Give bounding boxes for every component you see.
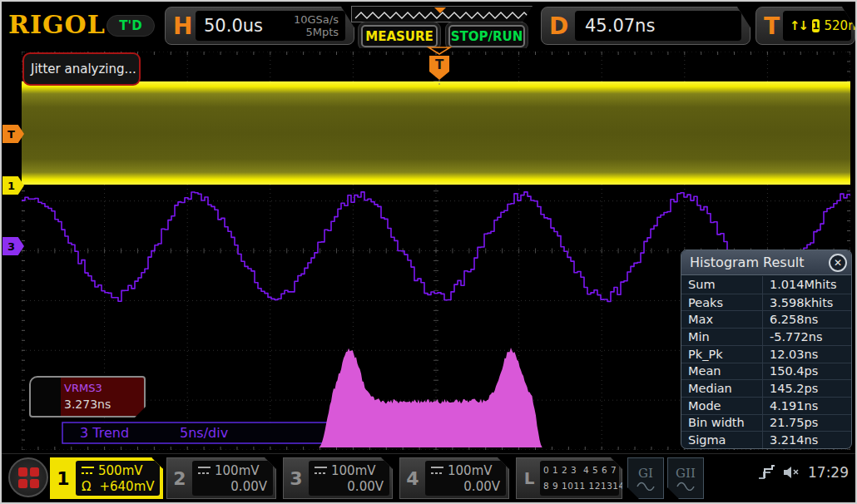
table-row: Median145.2ps: [681, 379, 851, 397]
stop-run-button[interactable]: STOP/RUN: [448, 25, 525, 47]
timebase-value: 50.0us: [204, 16, 294, 36]
memory-depth: 5Mpts: [305, 26, 339, 38]
ch3-scale: 100mV: [331, 463, 376, 478]
table-row: Pk_Pk12.03ns: [681, 345, 851, 363]
horizontal-readout: 50.0us 10GSa/s 5Mpts: [196, 11, 345, 41]
trigger-status-badge: T'D: [107, 15, 155, 37]
sample-rate: 10GSa/s: [294, 13, 339, 26]
ch3-offset: 0.00V: [347, 479, 384, 494]
table-row: Sigma3.214ns: [681, 431, 851, 448]
trigger-readout: ↑↓ 1 520mV N: [783, 11, 851, 41]
trigger-level-value: 520mV: [825, 18, 857, 33]
trigger-position-marker[interactable]: T: [423, 46, 456, 87]
top-status-bar: RIGOL T'D H 50.0us 10GSa/s 5Mpts MEASURE…: [2, 2, 855, 48]
dc-coupling-icon: [315, 467, 327, 474]
dc-coupling-icon: [198, 467, 211, 474]
horizontal-timebase-block[interactable]: H 50.0us 10GSa/s 5Mpts: [165, 7, 354, 45]
channel-1-button[interactable]: 1 500mV Ω+640mV: [50, 457, 163, 499]
delay-block[interactable]: D 45.07ns: [541, 7, 750, 45]
ch1-impedance: Ω: [82, 479, 91, 494]
menu-button[interactable]: [8, 457, 48, 497]
table-row: Mode4.191ns: [681, 397, 851, 414]
generator-2-button[interactable]: GII: [667, 457, 704, 499]
table-row: Sum1.014Mhits: [681, 276, 851, 294]
trend-source-label: 3 Trend: [80, 425, 129, 441]
acquisition-info: 10GSa/s 5Mpts: [294, 13, 339, 38]
trigger-label: T: [764, 12, 780, 40]
digital-channels-row1: 0 1 2 3 4 5 6 7: [543, 465, 616, 476]
measurement-name: VRMS3: [64, 382, 102, 394]
memory-position-bar[interactable]: [351, 6, 533, 22]
channel-4-button[interactable]: 4 100mV 0.00V: [399, 457, 509, 499]
waveform-viewport: 3 Trend 5ns/div Jitter analyzing... T T …: [2, 48, 855, 453]
logic-channels-button[interactable]: L 0 1 2 3 4 5 6 7 8 9 1011 12131415: [516, 457, 622, 499]
menu-grid-icon: [18, 467, 39, 488]
histogram-result-panel: Histogram Result ✕ Sum1.014Mhits Peaks3.…: [681, 250, 852, 449]
horizontal-label: H: [173, 12, 192, 40]
channel-3-button[interactable]: 3 100mV 0.00V: [283, 457, 393, 499]
memory-waveform-icon: [352, 7, 532, 22]
status-banner: Jitter analyzing...: [22, 52, 141, 86]
ch2-offset: 0.00V: [230, 479, 267, 494]
table-row: Max6.258ns: [681, 310, 851, 328]
table-row: Peaks3.598khits: [681, 294, 851, 311]
sine-wave-icon: [636, 482, 656, 491]
delay-value: 45.07ns: [585, 16, 655, 36]
ch1-persistence-band: [22, 82, 850, 185]
ch4-offset: 0.00V: [463, 479, 500, 494]
clock: 17:29: [808, 464, 849, 481]
histogram-result-table: Sum1.014Mhits Peaks3.598khits Max6.258ns…: [681, 276, 851, 448]
table-row: Bin width21.75ps: [681, 414, 851, 432]
dc-coupling-icon: [431, 467, 443, 474]
trend-scale-label: 5ns/div: [180, 425, 228, 441]
measurement-item-vrms3[interactable]: VRMS3 3.273ns: [29, 376, 146, 418]
trend-scale-box: 3 Trend 5ns/div: [62, 422, 337, 443]
record-step-icon: [757, 464, 775, 481]
channel-2-button[interactable]: 2 100mV 0.00V: [166, 457, 276, 499]
trigger-source-badge: 1: [812, 19, 819, 32]
generator-1-button[interactable]: GI: [627, 457, 664, 499]
trigger-slope-icon: ↑↓: [790, 18, 807, 33]
measurement-value: 3.273ns: [64, 398, 111, 411]
sound-muted-icon[interactable]: [782, 464, 801, 481]
digital-channels-row2: 8 9 1011 12131415: [543, 481, 616, 492]
table-row: Min-5.772ns: [681, 328, 851, 345]
ch2-scale: 100mV: [215, 463, 260, 478]
bottom-channel-bar: 1 500mV Ω+640mV 2 100mV 0.00V 3 100mV 0.…: [2, 453, 855, 502]
trigger-position-triangle-icon: [428, 47, 450, 54]
oscilloscope-screen: RIGOL T'D H 50.0us 10GSa/s 5Mpts MEASURE…: [0, 0, 857, 504]
jitter-histogram: [319, 348, 542, 447]
dc-coupling-icon: [82, 467, 94, 474]
trigger-block[interactable]: T ↑↓ 1 520mV N: [755, 7, 855, 45]
close-icon[interactable]: ✕: [829, 254, 847, 272]
table-row: Mean150.4ps: [681, 363, 851, 380]
delay-label: D: [549, 12, 568, 40]
measure-button[interactable]: MEASURE: [361, 25, 438, 47]
svg-text:T: T: [435, 57, 444, 72]
rigol-logo: RIGOL: [8, 10, 106, 39]
ch1-offset: +640mV: [99, 479, 154, 494]
ch4-scale: 100mV: [448, 463, 493, 478]
delay-readout: 45.07ns: [575, 11, 741, 41]
sine-wave-icon: [676, 482, 696, 491]
panel-title: Histogram Result: [681, 250, 851, 275]
ch1-scale: 500mV: [98, 463, 143, 478]
